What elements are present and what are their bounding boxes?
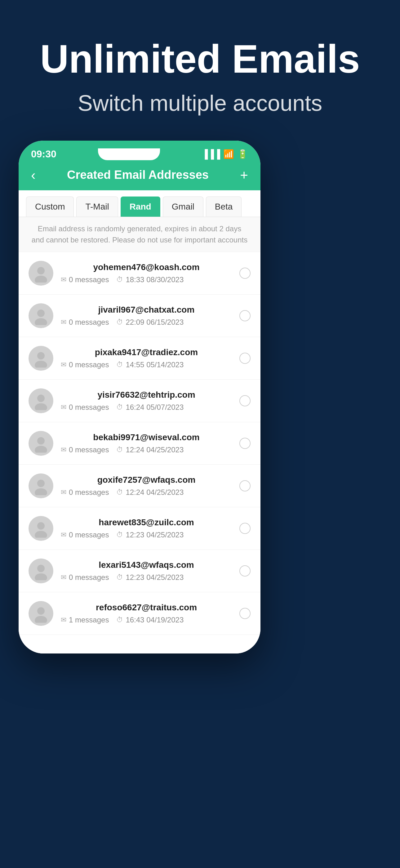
mail-icon: ✉ [61, 318, 66, 326]
svg-point-15 [35, 574, 47, 580]
select-checkbox[interactable] [239, 268, 251, 279]
mail-icon: ✉ [61, 616, 66, 624]
avatar [29, 558, 53, 583]
tab-tmail[interactable]: T-Mail [76, 196, 118, 217]
clock-icon: ⏱ [116, 488, 123, 496]
avatar [29, 473, 53, 498]
signal-icon: ▐▐▐ [202, 149, 220, 159]
svg-point-3 [35, 318, 47, 325]
list-item[interactable]: harewet835@zuilc.com ✉ 0 messages ⏱ 12:2… [19, 507, 261, 550]
tab-rand[interactable]: Rand [121, 196, 160, 217]
avatar [29, 261, 53, 286]
add-button[interactable]: + [240, 167, 248, 183]
svg-point-16 [37, 607, 45, 615]
email-address: goxife7257@wfaqs.com [61, 475, 232, 485]
email-info: lexari5143@wfaqs.com ✉ 0 messages ⏱ 12:2… [61, 560, 232, 582]
svg-point-14 [37, 565, 45, 572]
svg-point-0 [37, 267, 45, 274]
list-item[interactable]: lexari5143@wfaqs.com ✉ 0 messages ⏱ 12:2… [19, 550, 261, 592]
tab-custom[interactable]: Custom [26, 196, 74, 217]
list-item[interactable]: yohemen476@koash.com ✉ 0 messages ⏱ 18:3… [19, 252, 261, 294]
email-address: yisir76632@tehtrip.com [61, 390, 232, 400]
email-meta: ✉ 0 messages ⏱ 12:24 04/25/2023 [61, 445, 232, 454]
email-info: bekabi9971@wiseval.com ✉ 0 messages ⏱ 12… [61, 432, 232, 454]
select-checkbox[interactable] [239, 608, 251, 619]
notch [98, 148, 160, 160]
select-checkbox[interactable] [239, 523, 251, 534]
status-bar: 09:30 ▐▐▐ 📶 🔋 [19, 141, 261, 162]
select-checkbox[interactable] [239, 565, 251, 577]
email-meta: ✉ 1 messages ⏱ 16:43 04/19/2023 [61, 616, 232, 624]
select-checkbox[interactable] [239, 353, 251, 364]
list-item[interactable]: refoso6627@traitus.com ✉ 1 messages ⏱ 16… [19, 592, 261, 635]
svg-point-6 [37, 395, 45, 402]
list-item[interactable]: jivaril967@chatxat.com ✉ 0 messages ⏱ 22… [19, 294, 261, 337]
email-meta: ✉ 0 messages ⏱ 16:24 05/07/2023 [61, 403, 232, 412]
hero-subtitle: Switch multiple accounts [19, 90, 381, 116]
timestamp: ⏱ 14:55 05/14/2023 [116, 361, 184, 369]
svg-point-1 [35, 276, 47, 282]
info-text: Email address is randomly generated, exp… [19, 217, 261, 252]
wifi-icon: 📶 [223, 149, 234, 159]
select-checkbox[interactable] [239, 395, 251, 406]
select-checkbox[interactable] [239, 438, 251, 449]
svg-point-12 [37, 522, 45, 530]
avatar [29, 601, 53, 626]
status-icons: ▐▐▐ 📶 🔋 [202, 149, 248, 159]
svg-point-11 [35, 488, 47, 495]
clock-icon: ⏱ [116, 616, 123, 624]
message-count: ✉ 0 messages [61, 488, 109, 497]
svg-point-13 [35, 531, 47, 538]
email-info: yohemen476@koash.com ✉ 0 messages ⏱ 18:3… [61, 262, 232, 284]
message-count: ✉ 0 messages [61, 275, 109, 284]
mail-icon: ✉ [61, 446, 66, 454]
svg-point-8 [37, 437, 45, 444]
hero-title: Unlimited Emails [19, 37, 381, 81]
email-meta: ✉ 0 messages ⏱ 12:23 04/25/2023 [61, 573, 232, 582]
message-count: ✉ 0 messages [61, 531, 109, 539]
timestamp: ⏱ 16:24 05/07/2023 [116, 403, 184, 412]
timestamp: ⏱ 22:09 06/15/2023 [116, 318, 184, 327]
status-time: 09:30 [31, 148, 57, 160]
timestamp: ⏱ 16:43 04/19/2023 [116, 616, 184, 624]
email-info: goxife7257@wfaqs.com ✉ 0 messages ⏱ 12:2… [61, 475, 232, 497]
email-address: yohemen476@koash.com [61, 262, 232, 272]
list-item[interactable]: bekabi9971@wiseval.com ✉ 0 messages ⏱ 12… [19, 422, 261, 465]
tab-beta[interactable]: Beta [206, 196, 242, 217]
clock-icon: ⏱ [116, 574, 123, 582]
back-button[interactable]: ‹ [31, 167, 36, 183]
message-count: ✉ 0 messages [61, 445, 109, 454]
message-count: ✉ 0 messages [61, 361, 109, 369]
list-item[interactable]: yisir76632@tehtrip.com ✉ 0 messages ⏱ 16… [19, 380, 261, 422]
message-count: ✉ 0 messages [61, 403, 109, 412]
email-address: harewet835@zuilc.com [61, 518, 232, 527]
email-info: yisir76632@tehtrip.com ✉ 0 messages ⏱ 16… [61, 390, 232, 412]
select-checkbox[interactable] [239, 480, 251, 491]
message-count: ✉ 1 messages [61, 616, 109, 624]
mail-icon: ✉ [61, 574, 66, 582]
hero-section: Unlimited Emails Switch multiple account… [0, 0, 400, 672]
email-address: pixaka9417@tradiez.com [61, 347, 232, 357]
email-address: bekabi9971@wiseval.com [61, 432, 232, 442]
mail-icon: ✉ [61, 488, 66, 496]
timestamp: ⏱ 18:33 08/30/2023 [116, 275, 184, 284]
clock-icon: ⏱ [116, 531, 123, 539]
select-checkbox[interactable] [239, 310, 251, 321]
email-address: jivaril967@chatxat.com [61, 305, 232, 315]
list-item[interactable]: pixaka9417@tradiez.com ✉ 0 messages ⏱ 14… [19, 337, 261, 380]
email-meta: ✉ 0 messages ⏱ 12:23 04/25/2023 [61, 531, 232, 539]
tab-gmail[interactable]: Gmail [163, 196, 203, 217]
message-count: ✉ 0 messages [61, 573, 109, 582]
svg-point-9 [35, 446, 47, 453]
svg-point-2 [37, 310, 45, 317]
list-item[interactable]: goxife7257@wfaqs.com ✉ 0 messages ⏱ 12:2… [19, 465, 261, 507]
nav-title: Created Email Addresses [67, 168, 209, 182]
avatar [29, 303, 53, 328]
clock-icon: ⏱ [116, 361, 123, 369]
timestamp: ⏱ 12:24 04/25/2023 [116, 488, 184, 497]
email-info: harewet835@zuilc.com ✉ 0 messages ⏱ 12:2… [61, 518, 232, 539]
clock-icon: ⏱ [116, 318, 123, 326]
mail-icon: ✉ [61, 403, 66, 411]
svg-point-10 [37, 479, 45, 487]
email-meta: ✉ 0 messages ⏱ 12:24 04/25/2023 [61, 488, 232, 497]
